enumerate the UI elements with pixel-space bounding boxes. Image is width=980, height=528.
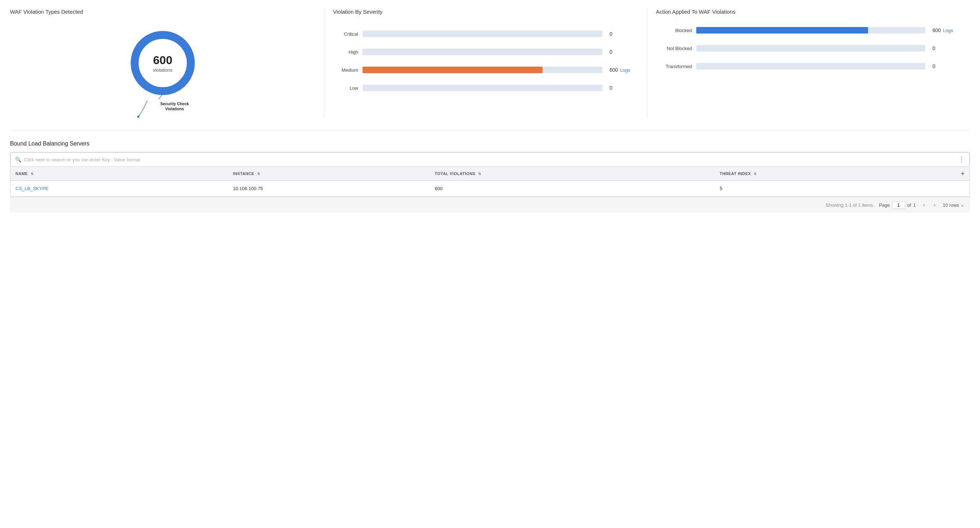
severity-row-high: High 0 <box>333 49 638 55</box>
cell-instance: 10.106.100.75 <box>228 181 430 197</box>
sort-icon-name: ⇅ <box>30 172 34 176</box>
rows-label: 10 rows <box>943 203 959 208</box>
table-section: Bound Load Balancing Servers 🔍 Click her… <box>10 140 970 212</box>
action-value-transformed: 0 <box>932 64 961 69</box>
table-header-row: NAME ⇅ INSTANCE ⇅ TOTAL VIOLATIONS ⇅ THR… <box>10 167 970 181</box>
cell-name: CS_LB_SKYPE <box>10 181 228 197</box>
th-total-violations: TOTAL VIOLATIONS ⇅ <box>430 167 715 181</box>
table-section-title: Bound Load Balancing Servers <box>10 140 970 147</box>
page-input[interactable] <box>892 201 905 209</box>
severity-logs-medium[interactable]: Logs <box>620 67 630 73</box>
more-options-icon[interactable]: ⋮ <box>958 156 965 164</box>
action-row-blocked: Blocked 600 Logs <box>656 27 961 33</box>
prev-page-button[interactable]: ‹ <box>922 201 926 209</box>
severity-label-critical: Critical <box>333 31 358 37</box>
severity-label-high: High <box>333 49 358 55</box>
add-column-icon[interactable]: + <box>961 171 964 177</box>
pagination-page-control: Page of 1 <box>879 201 916 209</box>
action-row-notblocked: Not Blocked 0 <box>656 45 961 51</box>
severity-row-low: Low 0 <box>333 85 638 91</box>
severity-bar-high <box>363 49 602 55</box>
action-label-blocked: Blocked <box>656 28 692 33</box>
pagination-showing: Showing 1-1 of 1 items <box>826 203 873 208</box>
table-row: CS_LB_SKYPE 10.106.100.75 600 5 <box>10 181 970 197</box>
severity-section: Violation By Severity Critical 0 High <box>325 9 648 118</box>
cell-total-violations: 600 <box>430 181 715 197</box>
donut-count: 600 <box>153 54 172 67</box>
row-name-link[interactable]: CS_LB_SKYPE <box>16 186 49 191</box>
of-label: of <box>907 203 911 208</box>
donut-container: 600 violations Security CheckViolations <box>10 23 315 118</box>
severity-title: Violation By Severity <box>333 9 638 15</box>
sort-icon-threat: ⇅ <box>754 172 757 176</box>
svg-point-2 <box>137 116 139 118</box>
severity-value-low: 0 <box>609 85 638 91</box>
severity-bar-low <box>363 85 602 91</box>
donut-wrapper: 600 violations <box>127 27 199 99</box>
severity-value-medium: 600 Logs <box>609 67 638 73</box>
search-bar-wrapper: 🔍 Click here to search or you can enter … <box>10 152 970 167</box>
action-container: Blocked 600 Logs Not Blocked 0 <box>656 23 961 70</box>
search-bar[interactable]: 🔍 Click here to search or you can enter … <box>10 152 970 167</box>
severity-value-high: 0 <box>609 49 638 55</box>
action-bar-transformed <box>696 63 925 70</box>
action-value-blocked: 600 Logs <box>932 27 961 33</box>
action-label-transformed: Transformed <box>656 64 692 69</box>
severity-row-critical: Critical 0 <box>333 30 638 37</box>
donut-annotation: Security CheckViolations <box>137 100 189 118</box>
th-threat-index: THREAT INDEX ⇅ + <box>715 167 970 181</box>
action-logs-blocked[interactable]: Logs <box>943 28 953 33</box>
sort-icon-instance: ⇅ <box>257 172 260 176</box>
severity-label-medium: Medium <box>333 67 358 73</box>
action-bar-blocked <box>696 27 925 33</box>
severity-label-low: Low <box>333 85 358 91</box>
severity-bar-medium <box>363 67 602 73</box>
table-wrapper: NAME ⇅ INSTANCE ⇅ TOTAL VIOLATIONS ⇅ THR… <box>10 167 970 197</box>
waf-violations-section: WAF Violation Types Detected 600 violati… <box>10 9 325 118</box>
pagination-bar: Showing 1-1 of 1 items Page of 1 ‹ › 10 … <box>10 197 970 212</box>
severity-row-medium: Medium 600 Logs <box>333 67 638 73</box>
cell-threat-index: 5 <box>715 181 970 197</box>
annotation-text: Security CheckViolations <box>160 101 189 112</box>
action-row-transformed: Transformed 0 <box>656 63 961 70</box>
rows-chevron-icon: ⌄ <box>961 203 964 207</box>
annotation-curve-svg <box>137 100 158 118</box>
sort-icon-violations: ⇅ <box>478 172 481 176</box>
action-bar-notblocked <box>696 45 925 51</box>
page-label: Page <box>879 203 889 208</box>
severity-container: Critical 0 High 0 <box>333 23 638 91</box>
severity-bar-critical <box>363 30 602 37</box>
violations-table: NAME ⇅ INSTANCE ⇅ TOTAL VIOLATIONS ⇅ THR… <box>10 167 970 197</box>
actions-section: Action Applied To WAF Violations Blocked… <box>648 9 970 118</box>
th-name: NAME ⇅ <box>10 167 228 181</box>
next-page-button[interactable]: › <box>932 201 937 209</box>
search-placeholder: Click here to search or you can enter Ke… <box>24 157 958 163</box>
search-icon: 🔍 <box>15 157 21 163</box>
donut-center: 600 violations <box>153 54 172 73</box>
action-label-notblocked: Not Blocked <box>656 46 692 51</box>
th-instance: INSTANCE ⇅ <box>228 167 430 181</box>
waf-violations-title: WAF Violation Types Detected <box>10 9 315 15</box>
total-pages: 1 <box>913 203 916 208</box>
action-value-notblocked: 0 <box>932 45 961 51</box>
donut-label: violations <box>153 67 172 73</box>
severity-value-critical: 0 <box>609 31 638 37</box>
actions-title: Action Applied To WAF Violations <box>656 9 961 15</box>
rows-per-page-select[interactable]: 10 rows ⌄ <box>943 203 964 208</box>
